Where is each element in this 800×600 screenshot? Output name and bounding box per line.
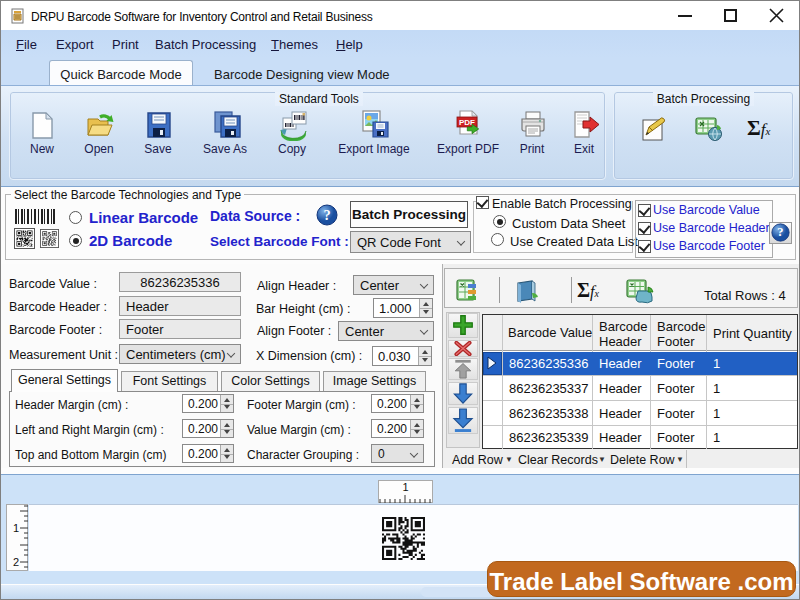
svg-text:?: ? [323,207,330,223]
svg-text:1: 1 [13,522,19,534]
svg-text:2: 2 [13,556,19,568]
svg-text:?: ? [777,225,783,239]
